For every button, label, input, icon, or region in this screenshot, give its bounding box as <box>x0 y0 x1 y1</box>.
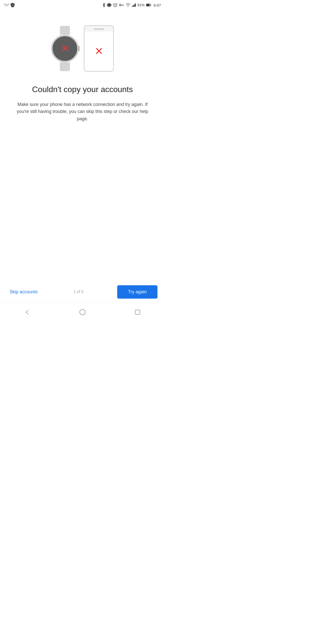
phone-error-icon: ✕ <box>95 46 103 57</box>
bottom-bar: Skip accounts 1 of 5 Try again <box>0 282 165 302</box>
gmail-icon <box>4 3 9 7</box>
alarm-icon <box>113 3 117 7</box>
watch-crown <box>78 46 80 51</box>
svg-rect-9 <box>132 6 133 7</box>
status-bar: 81% 6:47 <box>0 0 165 10</box>
bluetooth-icon <box>102 3 105 7</box>
illustration: ✕ ✕ <box>51 25 114 72</box>
watch-case: ✕ <box>51 35 79 62</box>
battery-icon <box>146 4 152 7</box>
skip-accounts-button[interactable]: Skip accounts <box>8 286 40 298</box>
page-title: Couldn't copy your accounts <box>32 84 133 95</box>
recent-apps-icon <box>135 309 141 315</box>
svg-rect-16 <box>135 310 140 314</box>
nav-home-button[interactable] <box>75 305 90 320</box>
svg-rect-1 <box>108 4 110 6</box>
nav-recent-button[interactable] <box>130 305 145 320</box>
home-icon <box>79 309 86 316</box>
nav-back-button[interactable] <box>20 305 35 320</box>
svg-rect-11 <box>134 4 135 7</box>
svg-point-8 <box>120 5 120 6</box>
watch-band-bottom <box>60 62 70 71</box>
watch-error-icon: ✕ <box>61 43 69 54</box>
status-bar-right: 81% 6:47 <box>102 3 161 7</box>
signal-icon <box>132 3 136 7</box>
main-content: ✕ ✕ Couldn't copy your accounts Make sur… <box>0 10 165 123</box>
try-again-button[interactable]: Try again <box>117 285 157 299</box>
page-description: Make sure your phone has a network conne… <box>15 101 150 123</box>
svg-rect-14 <box>146 4 150 6</box>
status-bar-left <box>4 3 15 7</box>
page-indicator: 1 of 5 <box>73 290 84 294</box>
wifi-icon <box>126 3 131 7</box>
back-icon <box>24 309 31 316</box>
svg-rect-12 <box>135 3 136 7</box>
phone-screen: ✕ <box>85 32 113 71</box>
watch-band-top <box>60 26 70 35</box>
phone-illustration: ✕ <box>84 25 114 72</box>
vibrate-icon <box>107 3 111 7</box>
svg-rect-10 <box>133 5 134 7</box>
nav-bar <box>0 302 165 322</box>
vpn-key-icon <box>119 4 124 7</box>
time: 6:47 <box>154 3 161 7</box>
battery-percentage: 81% <box>138 3 145 7</box>
watch-illustration: ✕ <box>51 26 79 71</box>
svg-point-15 <box>80 309 85 315</box>
phone-case: ✕ <box>84 25 114 72</box>
shield-status-icon <box>11 3 15 7</box>
phone-speaker <box>94 28 104 30</box>
